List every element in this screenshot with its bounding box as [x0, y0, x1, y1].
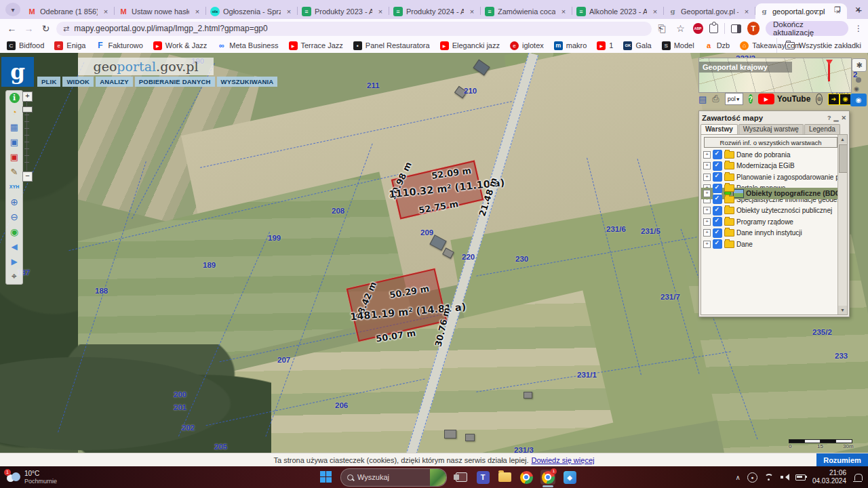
accessibility-globe-icon[interactable]: ⊛: [816, 94, 823, 105]
taskbar-clock[interactable]: 21:06 04.03.2024: [812, 469, 846, 485]
scroll-up-icon[interactable]: ▲: [838, 135, 847, 144]
zoom-in-button[interactable]: +: [22, 92, 33, 102]
cookie-learn-more-link[interactable]: Dowiedz się więcej: [532, 456, 595, 464]
clear-selection-icon[interactable]: ▣: [8, 151, 20, 163]
browser-tab[interactable]: Geoportal.gov.pl – G: [664, 3, 755, 19]
tab-close-icon[interactable]: [650, 7, 660, 16]
forward-button[interactable]: →: [22, 23, 35, 34]
bookmark-item[interactable]: e iglotex: [510, 41, 544, 50]
tab-close-icon[interactable]: [559, 7, 568, 16]
bookmark-star-icon[interactable]: ☆: [674, 23, 687, 34]
layer-checkbox[interactable]: [713, 150, 722, 159]
window-close-button[interactable]: ✕: [848, 5, 868, 14]
notifications-bell-icon[interactable]: [854, 474, 863, 481]
taskbar-search[interactable]: Wyszukaj: [340, 468, 447, 487]
teams-app-icon[interactable]: T: [475, 470, 490, 485]
expand-icon[interactable]: [703, 207, 711, 214]
expand-all-layers-button[interactable]: Rozwiń inf. o wszystkich warstwach: [704, 137, 837, 148]
bookmark-item[interactable]: F Fakturowo: [96, 41, 142, 50]
bookmark-item[interactable]: S Model: [662, 41, 694, 50]
panel-tab[interactable]: Legenda: [804, 124, 840, 135]
help-icon[interactable]: ?: [749, 94, 753, 104]
browser-tab[interactable]: Odebrane (1 856) - t: [23, 3, 115, 19]
zoom-in-icon[interactable]: ⊕: [8, 196, 20, 207]
start-button[interactable]: [319, 470, 334, 485]
history-icon[interactable]: ◔: [8, 106, 20, 118]
map-canvas[interactable]: 190223/2211210228/12208199209220230231/6…: [0, 53, 868, 453]
geoportal-menu-item[interactable]: PLIK: [37, 77, 60, 87]
geoportal-menu-item[interactable]: WIDOK: [62, 77, 94, 87]
geoportal-logo[interactable]: g: [1, 57, 34, 87]
expand-icon[interactable]: [703, 162, 711, 169]
file-explorer-icon[interactable]: [497, 470, 512, 485]
bookmark-item[interactable]: ▪ Panel Restauratora: [353, 41, 430, 50]
panel-close-icon[interactable]: ✕: [841, 115, 846, 121]
menu-kebab-icon[interactable]: ⋮: [854, 24, 863, 33]
previous-view-icon[interactable]: ◀: [8, 241, 20, 252]
panel-scrollbar[interactable]: ▲ ▼: [837, 135, 847, 314]
extensions-icon[interactable]: [709, 24, 718, 33]
layer-row[interactable]: Obiekty użyteczności publicznej: [701, 205, 847, 217]
bookmark-item[interactable]: m makro: [554, 41, 587, 50]
side-panel-icon[interactable]: [731, 24, 741, 33]
layer-checkbox[interactable]: [713, 195, 722, 204]
layer-checkbox[interactable]: [713, 161, 722, 171]
youtube-link[interactable]: ▶ YouTube: [758, 94, 811, 104]
bookmark-item[interactable]: GK Gala: [623, 41, 651, 50]
expand-icon[interactable]: [703, 151, 711, 159]
layer-row[interactable]: Obiekty topograficzne (BDOT500): [701, 188, 848, 199]
zoom-slider-handle[interactable]: [22, 106, 33, 113]
layer-row[interactable]: Dane innych instytucji: [701, 228, 847, 239]
layer-checkbox[interactable]: [713, 172, 722, 182]
expand-icon[interactable]: [703, 229, 711, 237]
back-button[interactable]: ←: [5, 23, 18, 34]
locate-icon[interactable]: ⌖: [8, 270, 20, 282]
tab-close-icon[interactable]: [742, 7, 751, 16]
profile-avatar[interactable]: T: [747, 22, 760, 35]
bookmark-item[interactable]: ▶ Work & Jazz: [153, 41, 208, 50]
layer-checkbox[interactable]: [713, 228, 722, 238]
geoportal-menu-item[interactable]: WYSZUKIWANIA: [217, 77, 278, 87]
coordinates-icon[interactable]: XYH: [8, 181, 20, 192]
bookmark-item[interactable]: ▶ Terrace Jazz: [289, 41, 343, 50]
panel-tab[interactable]: Warstwy: [701, 124, 738, 135]
address-bar[interactable]: ⇄ mapy.geoportal.gov.pl/imap/Imgp_2.html…: [56, 22, 652, 36]
bookmark-item[interactable]: ▶ 1: [597, 41, 613, 50]
browser-tab[interactable]: Ogłoszenia - Sprzeda: [206, 3, 298, 19]
scrollbar-thumb[interactable]: [839, 144, 848, 173]
chrome-icon[interactable]: [519, 470, 534, 485]
panel-minimize-icon[interactable]: ▁: [834, 115, 839, 121]
expand-icon[interactable]: [703, 241, 711, 248]
bookmark-item[interactable]: a Dzb: [705, 41, 730, 50]
full-extent-icon[interactable]: ◉: [8, 226, 20, 237]
info-icon[interactable]: i: [9, 93, 20, 103]
tab-close-icon[interactable]: [376, 7, 385, 16]
contrast-eye-icon[interactable]: ◉: [840, 94, 851, 105]
finish-update-button[interactable]: Dokończ aktualizację: [766, 21, 848, 36]
panel-tab[interactable]: Wyszukaj warstwę: [738, 124, 804, 135]
edge-eye-icon[interactable]: ◉: [854, 85, 859, 92]
layer-checkbox[interactable]: [713, 217, 722, 226]
zoom-out-button[interactable]: −: [22, 171, 33, 182]
layer-checkbox[interactable]: [713, 239, 722, 249]
tab-close-icon[interactable]: [101, 7, 111, 16]
all-bookmarks-button[interactable]: Wszystkie zakładki: [776, 38, 861, 53]
language-select[interactable]: pol▼: [725, 93, 743, 105]
contrast-arrow-icon[interactable]: ➜: [828, 94, 840, 105]
site-info-icon[interactable]: ⇄: [63, 24, 69, 33]
layer-row[interactable]: Dane: [701, 239, 847, 250]
expand-icon[interactable]: [703, 174, 711, 181]
window-minimize-button[interactable]: –: [807, 5, 827, 14]
expand-icon[interactable]: [703, 190, 711, 197]
print-icon[interactable]: ⎙: [712, 94, 719, 104]
photos-app-icon[interactable]: ◆: [562, 470, 577, 485]
chrome-active-icon[interactable]: 1: [540, 470, 555, 485]
layer-row[interactable]: Dane do pobrania: [701, 149, 847, 161]
legend-icon[interactable]: ▤: [698, 94, 707, 104]
browser-tab[interactable]: Zamówienia coca-co: [481, 3, 572, 19]
bookmark-item[interactable]: C Bidfood: [7, 41, 44, 50]
geoportal-menu-item[interactable]: ANALIZY: [96, 77, 133, 87]
scroll-down-icon[interactable]: ▼: [838, 306, 847, 314]
wifi-icon[interactable]: [764, 474, 774, 481]
layer-checkbox[interactable]: [713, 184, 722, 193]
